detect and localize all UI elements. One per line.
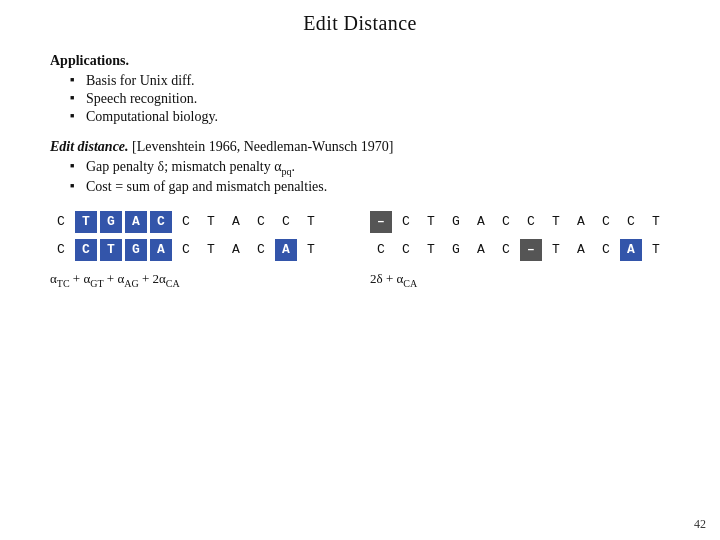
applications-list: Basis for Unix diff. Speech recognition.…	[70, 73, 670, 125]
formula-right-text: 2δ + αCA	[370, 271, 417, 289]
edit-distance-heading-line: Edit distance. [Levenshtein 1966, Needle…	[50, 139, 670, 155]
seq-cell: C	[150, 211, 172, 233]
seq-cell: A	[125, 211, 147, 233]
applications-heading: Applications.	[50, 53, 670, 69]
seq-cell: A	[150, 239, 172, 261]
page-number: 42	[694, 517, 706, 532]
seq-cell: C	[595, 239, 617, 261]
seq-cell: T	[200, 239, 222, 261]
seq-cell: A	[470, 211, 492, 233]
seq-cell: A	[275, 239, 297, 261]
seq-cell: T	[300, 211, 322, 233]
seq-cell: T	[300, 239, 322, 261]
edit-distance-section: Edit distance. [Levenshtein 1966, Needle…	[50, 139, 670, 195]
seq-cell: A	[620, 239, 642, 261]
ed-bullet-1: Gap penalty δ; mismatch penalty αpq.	[70, 159, 670, 177]
top-left-seq: CTGACCTACCT	[50, 211, 350, 233]
slide-title: Edit Distance	[50, 12, 670, 35]
left-sequences: CTGACCTACCT CCTGACTACAT αTC + αGT + αAG …	[50, 211, 350, 289]
seq-cell: T	[645, 211, 667, 233]
ed-bullet-2: Cost = sum of gap and mismatch penalties…	[70, 179, 670, 195]
seq-cell: C	[50, 211, 72, 233]
seq-cell: C	[370, 239, 392, 261]
right-formula: 2δ + αCA	[370, 267, 670, 289]
seq-cell: C	[595, 211, 617, 233]
edit-distance-label: Edit distance.	[50, 139, 129, 154]
seq-cell: G	[125, 239, 147, 261]
applications-section: Applications. Basis for Unix diff. Speec…	[50, 53, 670, 125]
bot-left-seq: CCTGACTACAT	[50, 239, 350, 261]
bullet-2: Speech recognition.	[70, 91, 670, 107]
seq-cell: T	[100, 239, 122, 261]
seq-cell: C	[395, 211, 417, 233]
seq-cell: A	[225, 239, 247, 261]
slide-container: Edit Distance Applications. Basis for Un…	[0, 0, 720, 540]
seq-cell: T	[200, 211, 222, 233]
seq-cell: C	[75, 239, 97, 261]
edit-distance-citation: [Levenshtein 1966, Needleman-Wunsch 1970…	[132, 139, 393, 154]
seq-cell: C	[175, 211, 197, 233]
seq-cell: T	[420, 211, 442, 233]
seq-cell: A	[225, 211, 247, 233]
seq-cell: T	[545, 211, 567, 233]
seq-cell: –	[520, 239, 542, 261]
top-right-seq: –CTGACCTACCT	[370, 211, 670, 233]
formula-left-text: αTC + αGT + αAG + 2αCA	[50, 271, 180, 289]
seq-cell: G	[445, 239, 467, 261]
bullet-3: Computational biology.	[70, 109, 670, 125]
seq-cell: A	[570, 211, 592, 233]
seq-cell: C	[50, 239, 72, 261]
seq-cell: A	[570, 239, 592, 261]
bot-right-seq: CCTGAC–TACAT	[370, 239, 670, 261]
bullet-1: Basis for Unix diff.	[70, 73, 670, 89]
seq-cell: C	[620, 211, 642, 233]
seq-cell: T	[545, 239, 567, 261]
seq-cell: A	[470, 239, 492, 261]
edit-distance-bullets: Gap penalty δ; mismatch penalty αpq. Cos…	[70, 159, 670, 195]
seq-cell: C	[395, 239, 417, 261]
seq-cell: T	[75, 211, 97, 233]
seq-cell: C	[250, 239, 272, 261]
sequences-area: CTGACCTACCT CCTGACTACAT αTC + αGT + αAG …	[50, 211, 670, 289]
seq-cell: –	[370, 211, 392, 233]
right-sequences: –CTGACCTACCT CCTGAC–TACAT 2δ + αCA	[370, 211, 670, 289]
seq-cell: C	[495, 211, 517, 233]
seq-cell: T	[420, 239, 442, 261]
seq-cell: G	[445, 211, 467, 233]
seq-cell: C	[495, 239, 517, 261]
seq-cell: C	[520, 211, 542, 233]
seq-cell: T	[645, 239, 667, 261]
seq-cell: C	[250, 211, 272, 233]
seq-cell: C	[175, 239, 197, 261]
seq-cell: G	[100, 211, 122, 233]
seq-cell: C	[275, 211, 297, 233]
left-formula: αTC + αGT + αAG + 2αCA	[50, 267, 350, 289]
